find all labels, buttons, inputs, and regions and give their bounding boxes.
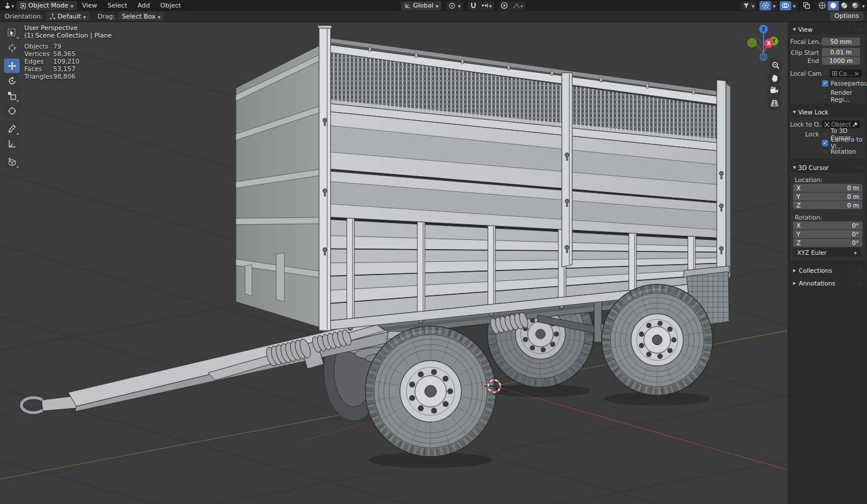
tool-transform[interactable] — [4, 103, 20, 118]
passepartout-label: Passepartout — [831, 80, 867, 87]
overlays-dropdown-caret[interactable]: ▼ — [791, 4, 798, 8]
view-perspective-label: User Perspective — [24, 25, 112, 32]
mode-caret: ▼ — [71, 4, 73, 8]
collections-panel-header[interactable]: ▶Collections :::: — [788, 264, 867, 277]
camera-to-view-checkbox[interactable]: ✓ — [822, 140, 828, 146]
cursor-rotation-z[interactable]: Z0° — [793, 239, 862, 247]
clip-end-field[interactable]: 1000 m — [822, 57, 860, 65]
transform-icon — [8, 106, 17, 116]
view-lock-panel-header[interactable]: ▼View Lock — [788, 107, 867, 117]
show-overlays-toggle[interactable] — [780, 1, 791, 10]
local-camera-checkbox[interactable] — [822, 71, 828, 77]
view-lock-panel-body: Lock to O... Object Lock To 3D Cursor ✓ … — [790, 117, 865, 159]
shading-material-button[interactable] — [839, 1, 850, 10]
tool-scale[interactable] — [4, 88, 20, 103]
shading-solid-button[interactable] — [828, 1, 839, 10]
snap-controls[interactable]: ▼ — [468, 1, 494, 10]
falloff-curve-icon — [513, 2, 520, 9]
cursor-location-y[interactable]: Y0 m — [793, 192, 862, 201]
render-region-checkbox[interactable] — [822, 93, 828, 99]
local-camera-field[interactable]: Ca... × — [830, 69, 862, 77]
xray-toggle[interactable] — [801, 1, 812, 10]
cursor-location-x[interactable]: X0 m — [793, 184, 862, 192]
3d-cursor-panel-header[interactable]: ▼3D Cursor :::: — [788, 162, 867, 173]
cursor-rotation-y[interactable]: Y0° — [793, 230, 862, 238]
annotations-panel-header[interactable]: ▶Annotations :::: — [788, 277, 867, 290]
cursor-rotation-x[interactable]: X0° — [793, 221, 862, 229]
editor-type-button[interactable]: ▼ — [3, 1, 14, 10]
menu-object[interactable]: Object — [155, 2, 186, 9]
cursor-rotation-label: Rotation: — [790, 213, 865, 221]
tool-move[interactable] — [4, 58, 20, 73]
pivot-point-dropdown[interactable]: ▼ — [446, 1, 463, 10]
annotate-pen-icon — [8, 124, 16, 133]
lock-rotation-label: Rotation — [831, 148, 856, 155]
toggle-orthographic-button[interactable] — [767, 96, 781, 110]
shading-rendered-button[interactable] — [850, 1, 861, 10]
clear-camera-button[interactable]: × — [854, 70, 859, 77]
material-preview-icon — [840, 2, 848, 9]
add-cube-icon — [8, 157, 17, 166]
cursor-location-z[interactable]: Z0 m — [793, 201, 862, 209]
snap-settings-dropdown[interactable]: ▼ — [479, 1, 494, 10]
scene-render — [0, 22, 867, 504]
3d-cursor-tool-icon — [8, 43, 17, 53]
clip-start-field[interactable]: 0.01 m — [822, 48, 860, 56]
3d-viewport[interactable]: User Perspective (1) Scene Collection | … — [0, 22, 867, 504]
proportional-falloff-dropdown[interactable]: ▼ — [510, 1, 525, 10]
menu-add[interactable]: Add — [132, 2, 155, 9]
view-panel-body: Focal Len... 50 mm Clip Start 0.01 m 100… — [790, 35, 865, 103]
solid-icon — [829, 2, 837, 9]
focal-length-label: Focal Len... — [790, 38, 822, 45]
panel-drag-grip[interactable]: :::: — [855, 268, 864, 273]
local-camera-label: Local Cam... — [790, 70, 822, 77]
mode-label: Object Mode — [28, 2, 68, 9]
rotation-mode-dropdown[interactable]: XYZ Euler▼ — [793, 248, 861, 257]
panel-drag-grip[interactable]: :::: — [855, 27, 864, 32]
viewport-header: ▼ Object Mode ▼ View Select Add Object G… — [0, 0, 867, 11]
drag-label: Drag: — [98, 13, 115, 20]
scale-icon — [8, 91, 16, 100]
shading-dropdown-caret[interactable]: ▼ — [862, 4, 865, 8]
options-button[interactable]: Options — [830, 12, 864, 21]
drag-value: Select Box — [122, 13, 155, 20]
tool-cursor[interactable] — [4, 40, 20, 55]
to-3d-cursor-checkbox[interactable] — [822, 131, 828, 138]
mode-dropdown[interactable]: Object Mode ▼ — [17, 1, 77, 10]
passepartout-checkbox[interactable]: ✓ — [822, 80, 828, 87]
transform-orientation-dropdown[interactable]: Global ▼ — [401, 1, 442, 10]
focal-length-field[interactable]: 50 mm — [822, 38, 860, 46]
lock-rotation-checkbox[interactable] — [822, 149, 828, 155]
tool-select-box[interactable] — [4, 25, 20, 40]
tool-shelf — [4, 25, 20, 169]
show-gizmo-toggle[interactable] — [759, 1, 771, 10]
eyedropper-icon[interactable] — [853, 122, 858, 127]
render-region-label: Render Regi... — [831, 89, 863, 103]
visibility-filter-dropdown[interactable]: ▼ — [740, 1, 757, 10]
gizmo-axis-neg-z[interactable] — [760, 54, 767, 61]
tool-orientation-dropdown[interactable]: Default ▼ — [46, 12, 90, 21]
tool-rotate[interactable] — [4, 73, 20, 88]
wireframe-icon — [818, 2, 826, 9]
panel-drag-grip[interactable]: :::: — [855, 281, 864, 286]
snap-toggle[interactable] — [468, 1, 479, 10]
rotate-icon — [8, 76, 17, 86]
panel-drag-grip[interactable]: :::: — [855, 165, 864, 171]
view-panel-header[interactable]: ▼View :::: — [788, 24, 867, 35]
drag-dropdown[interactable]: Select Box ▼ — [118, 12, 164, 21]
tool-add-cube[interactable] — [4, 154, 20, 169]
menu-view[interactable]: View — [77, 2, 102, 9]
menu-select[interactable]: Select — [102, 2, 132, 9]
orientation-label: Orientation: — [5, 13, 43, 20]
gizmo-z-label: Z — [762, 27, 765, 32]
gizmo-dropdown-caret[interactable]: ▼ — [771, 4, 777, 8]
tool-annotate[interactable] — [4, 121, 20, 136]
navigation-gizmo[interactable]: Z Y X — [746, 24, 783, 61]
tool-measure[interactable] — [4, 136, 20, 151]
gizmo-icon — [762, 2, 769, 9]
proportional-editing-toggle[interactable] — [499, 1, 510, 10]
shading-wireframe-button[interactable] — [817, 1, 828, 10]
gizmo-axis-neg-y[interactable] — [748, 39, 757, 47]
cursor-location-label: Location: — [790, 175, 865, 184]
object-mode-icon — [20, 3, 26, 9]
